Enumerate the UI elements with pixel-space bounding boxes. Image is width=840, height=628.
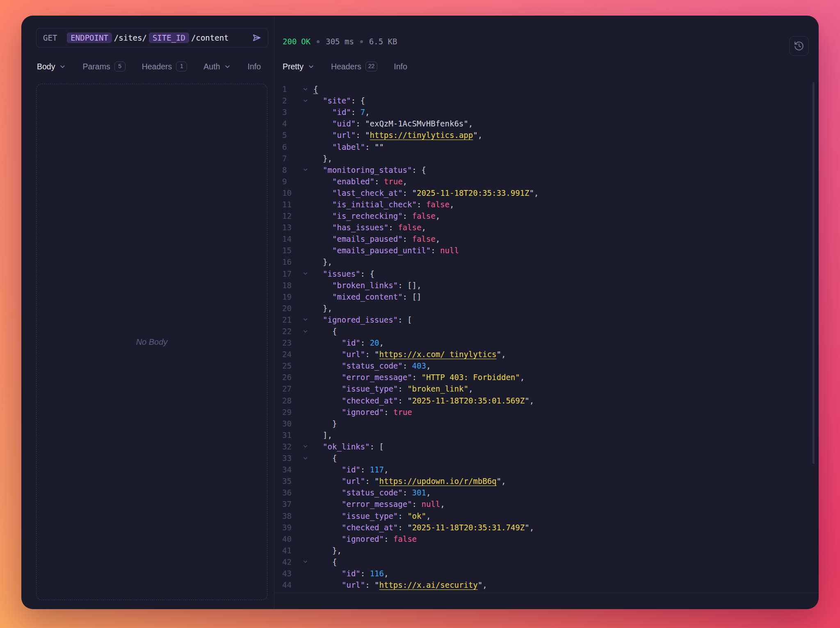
code-line: 2"site": { (274, 95, 813, 106)
json-token: "is_initial_check" (332, 200, 417, 209)
response-size: 6.5 KB (369, 37, 397, 46)
json-token: "id" (342, 338, 361, 347)
code-line: 14"emails_paused": false, (274, 233, 813, 245)
json-token: : (384, 534, 393, 543)
fold-chevron-icon[interactable] (302, 443, 313, 449)
fold-chevron-icon[interactable] (302, 559, 313, 565)
tab-count-badge: 1 (176, 62, 187, 71)
fold-chevron-icon[interactable] (302, 328, 313, 335)
url-variable-pill[interactable]: ENDPOINT (67, 32, 112, 43)
json-token: false (426, 200, 450, 209)
json-token: "ignored_issues" (323, 315, 398, 324)
request-tab-info[interactable]: Info (247, 62, 261, 71)
line-number: 24 (282, 350, 302, 359)
line-number: 33 (282, 454, 302, 463)
response-status-badge: 200 OK (283, 37, 310, 46)
code-line: 20}, (274, 303, 813, 314)
code-line: 21"ignored_issues": [ (274, 314, 813, 325)
response-tab-headers[interactable]: Headers22 (331, 62, 377, 71)
json-token: , (530, 523, 534, 532)
json-token: ], (323, 431, 332, 440)
tab-label: Headers (142, 62, 172, 71)
json-token: "HTTP 403: Forbidden" (421, 373, 520, 382)
json-token: , (421, 223, 426, 232)
fold-chevron-icon[interactable] (302, 167, 313, 173)
request-tab-auth[interactable]: Auth (203, 62, 231, 71)
json-token: , (501, 350, 506, 359)
line-number: 3 (282, 108, 302, 117)
json-token: 2025-11-18T20:35:01.569Z (412, 396, 525, 405)
send-button[interactable] (250, 31, 264, 45)
json-token: "broken_link" (407, 384, 468, 393)
code-line: 18"broken_links": [], (274, 280, 813, 291)
json-token: : [] (403, 292, 422, 301)
line-number: 12 (282, 211, 302, 220)
history-button[interactable] (789, 36, 809, 56)
url-variable-pill[interactable]: SITE_ID (149, 32, 189, 43)
json-token: 403 (412, 361, 426, 370)
code-line: 39"checked_at": "2025-11-18T20:35:31.749… (274, 522, 813, 533)
json-token: : (398, 511, 407, 520)
url-path-segment: /sites/ (114, 33, 147, 42)
line-number: 16 (282, 257, 302, 266)
response-status-row: 200 OK 305 ms 6.5 KB (283, 37, 397, 46)
code-line: 44"url": "https://x.ai/security", (274, 579, 813, 591)
response-tab-pretty[interactable]: Pretty (283, 62, 315, 71)
line-number: 28 (282, 396, 302, 405)
json-token: "label" (332, 142, 365, 151)
tab-label: Auth (203, 62, 220, 71)
json-link[interactable]: https://updown.io/r/mbB6q (379, 477, 497, 486)
scrollbar[interactable] (813, 82, 815, 464)
line-number: 37 (282, 500, 302, 509)
json-token: "url" (342, 477, 365, 486)
code-line: 10"last_check_at": "2025-11-18T20:35:33.… (274, 187, 813, 199)
json-token: true (393, 408, 412, 417)
json-token: : (403, 211, 412, 220)
line-number: 34 (282, 465, 302, 474)
json-link[interactable]: https://tinylytics.app (370, 131, 473, 140)
json-token: : (361, 465, 370, 474)
json-token: "checked_at" (342, 523, 398, 532)
request-url-bar[interactable]: GET ENDPOINT/sites/SITE_ID/content (36, 28, 268, 48)
json-token: : (374, 177, 384, 186)
line-number: 22 (282, 327, 302, 336)
json-link[interactable]: https://x.ai/security (379, 580, 478, 589)
json-token: " (374, 350, 379, 359)
json-token: , (426, 511, 431, 520)
json-token: "ignored" (342, 408, 384, 417)
code-line: 32"ok_links": [ (274, 441, 813, 452)
url-path-segment: /content (191, 33, 229, 42)
line-number: 8 (282, 165, 302, 174)
status-code: 200 (283, 37, 297, 46)
request-tab-headers[interactable]: Headers1 (142, 62, 187, 71)
fold-chevron-icon[interactable] (302, 270, 313, 277)
code-line: 25"status_code": 403, (274, 360, 813, 371)
response-body-json: 1{2"site": {3"id": 7,4"uid": "exQzM-1AcS… (274, 83, 813, 591)
json-token: " (497, 477, 501, 486)
request-tab-params[interactable]: Params5 (82, 62, 125, 71)
tab-label: Info (247, 62, 261, 71)
json-token: "uid" (332, 119, 356, 128)
desktop-background: GET ENDPOINT/sites/SITE_ID/content BodyP… (0, 0, 840, 628)
json-link[interactable]: https://x.com/_tinylytics (379, 350, 497, 359)
tab-count-badge: 5 (114, 62, 126, 71)
fold-chevron-icon[interactable] (302, 455, 313, 461)
fold-chevron-icon[interactable] (302, 98, 313, 104)
json-token: }, (323, 304, 332, 313)
json-token: "status_code" (342, 361, 403, 370)
json-token: } (332, 419, 337, 428)
code-line: 19"mixed_content": [] (274, 291, 813, 303)
json-token: { (313, 85, 318, 94)
json-token: , (365, 108, 370, 117)
request-url[interactable]: ENDPOINT/sites/SITE_ID/content (67, 32, 250, 43)
code-line: 31], (274, 429, 813, 441)
request-tab-body[interactable]: Body (37, 62, 66, 71)
json-token: , (501, 477, 506, 486)
json-token: 117 (370, 465, 384, 474)
code-line: 35"url": "https://updown.io/r/mbB6q", (274, 475, 813, 487)
fold-chevron-icon[interactable] (302, 316, 313, 323)
json-token: "url" (332, 131, 356, 140)
fold-chevron-icon[interactable] (302, 86, 313, 92)
chevron-down-icon (224, 63, 231, 70)
response-tab-info[interactable]: Info (394, 62, 407, 71)
